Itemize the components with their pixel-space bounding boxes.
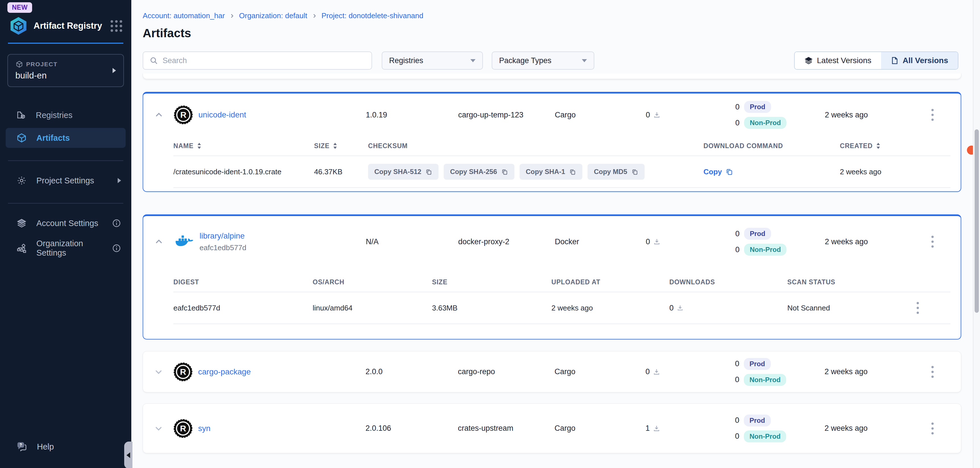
apps-grid-icon[interactable]	[111, 20, 122, 32]
sidebar-collapse-handle[interactable]	[124, 442, 132, 468]
breadcrumb-separator-icon	[312, 13, 317, 19]
digest-link[interactable]: eafc1edb577d	[173, 304, 313, 312]
file-size: 46.37KB	[314, 167, 368, 176]
versions-toggle-group: Latest Versions All Versions	[794, 51, 958, 70]
collapse-row-toggle[interactable]	[143, 237, 175, 247]
registries-dropdown-label: Registries	[389, 56, 423, 65]
sort-icon[interactable]	[197, 142, 202, 149]
package-type: Cargo	[555, 424, 646, 433]
package-name-link[interactable]: syn	[198, 424, 211, 433]
expand-row-toggle[interactable]	[143, 367, 174, 377]
os-arch: linux/amd64	[313, 304, 432, 312]
breadcrumb-account-link[interactable]: Account: automation_har	[143, 11, 225, 20]
copy-icon	[725, 168, 733, 176]
sidebar: NEW Artifact Registry P	[0, 0, 131, 468]
copy-icon	[425, 168, 432, 175]
sidebar-item-account-settings[interactable]: Account Settings	[0, 213, 131, 233]
prod-badge: Prod	[744, 415, 771, 427]
copy-download-command-button[interactable]: Copy	[703, 167, 840, 176]
org-settings-icon	[16, 243, 27, 253]
download-icon	[652, 425, 660, 433]
repository-link[interactable]: cargo-up-temp-123	[458, 111, 555, 119]
cargo-package-icon: R	[175, 106, 192, 124]
file-created: 2 weeks ago	[840, 167, 950, 176]
breadcrumb-organization-link[interactable]: Organization: default	[239, 11, 307, 20]
prod-badge: Prod	[744, 228, 771, 240]
row-actions-menu[interactable]	[929, 233, 937, 250]
digest-downloads-count: 0	[669, 304, 674, 312]
repository-link[interactable]: crates-upstream	[458, 424, 555, 433]
package-name-link[interactable]: cargo-package	[198, 367, 251, 376]
project-label: PROJECT	[26, 61, 57, 68]
all-versions-button[interactable]: All Versions	[881, 52, 958, 69]
copy-sha1-button[interactable]: Copy SHA-1	[520, 164, 583, 180]
downloads-count: 1	[646, 424, 650, 433]
package-digest-short: eafc1edb577d	[199, 244, 247, 252]
package-row: R unicode-ident 1.0.19 cargo-up-temp-123…	[143, 94, 961, 136]
package-type: Cargo	[555, 111, 646, 119]
copy-sha512-button[interactable]: Copy SHA-512	[368, 164, 439, 180]
repository-link[interactable]: cargo-repo	[458, 367, 555, 376]
package-version-link[interactable]: 1.0.19	[366, 111, 458, 119]
info-icon[interactable]	[112, 219, 121, 228]
package-name-link[interactable]: library/alpine	[199, 231, 245, 240]
docker-package-icon	[175, 234, 193, 250]
main-content: Account: automation_har Organization: de…	[131, 0, 980, 468]
nonprod-badge: Non-Prod	[744, 374, 786, 386]
file-row: /cratesunicode-ident-1.0.19.crate 46.37K…	[173, 156, 950, 188]
registries-dropdown[interactable]: Registries	[382, 51, 483, 70]
download-icon	[653, 238, 661, 246]
breadcrumb-project-link[interactable]: Project: donotdelete-shivanand	[321, 11, 423, 20]
column-header: DOWNLOAD COMMAND	[703, 142, 840, 150]
package-card-cargo-package: R cargo-package 2.0.0 cargo-repo Cargo 0…	[143, 351, 961, 392]
package-version-link[interactable]: 2.0.106	[366, 424, 458, 433]
latest-versions-button[interactable]: Latest Versions	[795, 52, 881, 69]
package-version-link[interactable]: 2.0.0	[366, 367, 458, 376]
project-selector[interactable]: PROJECT build-en	[7, 54, 124, 87]
collapse-row-toggle[interactable]	[143, 110, 175, 120]
created-date: 2 weeks ago	[824, 424, 904, 433]
row-actions-menu[interactable]	[929, 363, 937, 381]
downloads-count: 0	[646, 111, 650, 119]
download-icon	[676, 304, 684, 312]
sort-icon[interactable]	[333, 142, 337, 149]
sidebar-item-registries[interactable]: Registries	[0, 105, 131, 125]
package-row: R cargo-package 2.0.0 cargo-repo Cargo 0…	[143, 352, 961, 392]
sidebar-divider	[8, 160, 123, 161]
project-cube-icon	[15, 60, 23, 68]
info-icon[interactable]	[112, 244, 121, 253]
row-actions-menu[interactable]	[929, 420, 937, 437]
app-title: Artifact Registry	[33, 21, 105, 31]
repository-link[interactable]: docker-proxy-2	[458, 237, 555, 246]
sidebar-item-project-settings[interactable]: Project Settings	[0, 170, 131, 191]
copy-md5-button[interactable]: Copy MD5	[587, 164, 644, 180]
chevron-right-icon	[118, 178, 121, 183]
chevron-down-icon	[154, 423, 164, 433]
package-types-dropdown[interactable]: Package Types	[492, 51, 594, 70]
cargo-letter: R	[180, 110, 186, 120]
sidebar-item-label: Account Settings	[37, 219, 102, 228]
downloads-count: 0	[646, 367, 650, 376]
scrollbar-track[interactable]	[973, 0, 980, 468]
column-header: SIZE	[314, 142, 329, 150]
sidebar-item-help[interactable]: Help	[0, 437, 131, 457]
package-card-syn: R syn 2.0.106 crates-upstream Cargo 1 0 …	[143, 403, 961, 453]
sidebar-item-artifacts[interactable]: Artifacts	[6, 128, 126, 148]
digest-actions-menu[interactable]	[914, 299, 922, 317]
sidebar-nav: Registries Artifacts	[0, 105, 131, 148]
file-name: /cratesunicode-ident-1.0.19.crate	[173, 167, 314, 176]
layers-icon	[16, 218, 27, 228]
search-input[interactable]	[162, 56, 365, 65]
expand-row-toggle[interactable]	[143, 423, 174, 433]
sort-icon[interactable]	[876, 142, 881, 149]
package-card-unicode-ident: R unicode-ident 1.0.19 cargo-up-temp-123…	[143, 92, 961, 192]
digest-row: eafc1edb577d linux/amd64 3.63MB 2 weeks …	[173, 292, 950, 324]
sidebar-item-organization-settings[interactable]: Organization Settings	[0, 238, 131, 258]
scrollbar-thumb[interactable]	[975, 129, 979, 313]
chevron-up-icon	[154, 110, 164, 120]
row-actions-menu[interactable]	[929, 106, 937, 124]
nonprod-badge: Non-Prod	[744, 244, 786, 256]
sidebar-item-label: Artifacts	[37, 133, 121, 143]
copy-sha256-button[interactable]: Copy SHA-256	[444, 164, 514, 180]
package-name-link[interactable]: unicode-ident	[198, 110, 246, 119]
